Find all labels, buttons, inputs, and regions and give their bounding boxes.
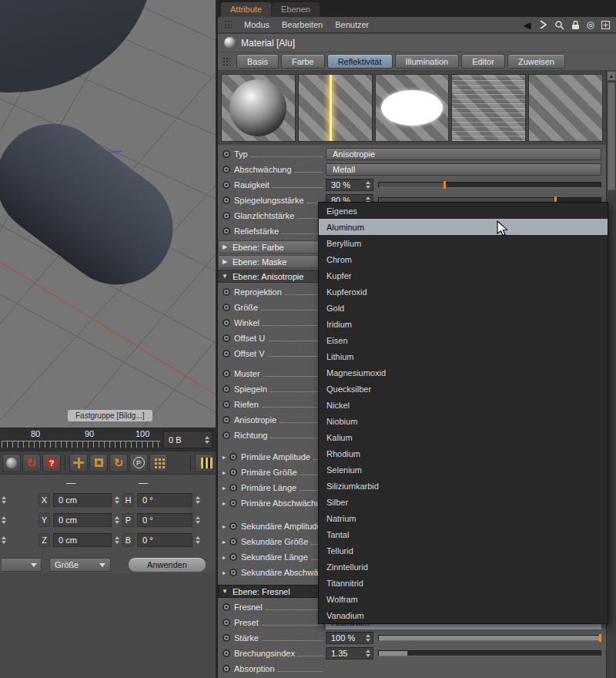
drag-handle-icon[interactable] xyxy=(224,20,232,29)
parameter-dot-icon[interactable] xyxy=(229,522,237,530)
preset-menu-item[interactable]: Nickel xyxy=(319,397,608,413)
parameter-dot-icon[interactable] xyxy=(229,499,237,507)
history-forward-icon[interactable] xyxy=(538,20,547,29)
parameter-dot-icon[interactable] xyxy=(223,634,230,642)
parameter-dot-icon[interactable] xyxy=(223,665,230,673)
parameter-dot-icon[interactable] xyxy=(229,553,237,561)
position-input[interactable]: 0 cm xyxy=(53,513,112,527)
parameter-dot-icon[interactable] xyxy=(229,569,237,576)
preset-menu-item[interactable]: Iridium xyxy=(319,316,608,332)
current-frame-field[interactable]: 0 B xyxy=(163,431,213,448)
typ-dropdown[interactable]: Anisotropie xyxy=(326,148,601,160)
preset-menu-item[interactable]: Magnesiumoxid xyxy=(319,364,608,381)
parameter-dot-icon[interactable] xyxy=(223,288,230,296)
magnet-icon[interactable] xyxy=(195,454,213,472)
staerke-slider[interactable] xyxy=(378,635,601,641)
preset-menu-item[interactable]: Silber xyxy=(319,494,608,510)
expander-arrow-icon[interactable]: ▸ xyxy=(221,454,227,461)
hidden-field-stepper[interactable] xyxy=(2,516,6,524)
help-icon[interactable]: ? xyxy=(42,454,61,472)
rotation-input[interactable]: 0 ° xyxy=(137,513,192,527)
parameter-dot-icon[interactable] xyxy=(229,484,237,492)
rauigkeit-field[interactable]: 30 % xyxy=(326,179,373,191)
parameter-dot-icon[interactable] xyxy=(223,212,230,220)
preset-menu-item[interactable]: Chrom xyxy=(319,251,608,267)
preset-menu-item[interactable]: Selenium xyxy=(319,462,608,478)
disc-icon[interactable] xyxy=(2,454,21,472)
preset-menu-item[interactable]: Kupferoxid xyxy=(319,284,608,300)
preview-highlight-thumb[interactable] xyxy=(298,74,373,142)
preset-menu-item[interactable]: Lithium xyxy=(319,348,608,364)
preset-menu-item[interactable]: Vanadium xyxy=(319,607,608,623)
add-icon[interactable] xyxy=(601,21,610,29)
expander-arrow-icon[interactable]: ▸ xyxy=(221,469,227,476)
material-tab[interactable]: Basis xyxy=(236,54,279,69)
rauigkeit-slider[interactable] xyxy=(378,182,601,188)
target-icon[interactable]: ◎ xyxy=(587,20,594,29)
preview-falloff-thumb[interactable] xyxy=(375,74,450,142)
rotate-tool-icon[interactable]: ↻ xyxy=(109,454,128,472)
rotation-stepper[interactable] xyxy=(196,536,200,544)
field-stepper[interactable] xyxy=(363,181,370,189)
parameter-dot-icon[interactable] xyxy=(223,370,230,378)
parent-badge-icon[interactable]: P xyxy=(129,454,148,472)
scrollbar-thumb[interactable] xyxy=(608,82,615,190)
preview-sphere-thumb[interactable] xyxy=(221,74,296,142)
preset-menu-item[interactable]: Tellurid xyxy=(319,542,608,559)
viewport-3d[interactable]: Fastgruppe [Bildg...] xyxy=(0,0,216,428)
parameter-dot-icon[interactable] xyxy=(223,334,230,342)
expanded-arrow-icon[interactable]: ▼ xyxy=(222,588,228,595)
preset-menu-item[interactable]: Natrium xyxy=(319,510,608,526)
parameter-dot-icon[interactable] xyxy=(223,166,230,173)
preset-menu-item[interactable]: Niobium xyxy=(319,413,608,429)
parameter-dot-icon[interactable] xyxy=(223,181,230,189)
brechungsindex-field[interactable]: 1.35 xyxy=(326,647,373,660)
parameter-dot-icon[interactable] xyxy=(229,453,237,461)
lock-icon[interactable] xyxy=(571,20,580,30)
position-input[interactable]: 0 cm xyxy=(53,493,112,507)
preset-menu-item[interactable]: Tantal xyxy=(319,526,608,542)
preset-menu-item[interactable]: Eisen xyxy=(319,332,608,348)
rotation-input[interactable]: 0 ° xyxy=(137,493,192,507)
scale-tool-icon[interactable] xyxy=(89,454,108,472)
position-stepper[interactable] xyxy=(115,496,119,504)
expander-arrow-icon[interactable]: ▸ xyxy=(221,539,227,545)
preset-menu-item[interactable]: Rhodium xyxy=(319,445,608,462)
panel-tab[interactable]: Ebenen xyxy=(272,2,320,17)
collapsed-arrow-icon[interactable]: ▶ xyxy=(222,258,228,265)
preview-anisotropy-thumb[interactable] xyxy=(451,74,526,142)
material-tab[interactable]: Reflektivität xyxy=(327,54,393,69)
frame-stepper[interactable] xyxy=(203,436,209,444)
material-tab[interactable]: Zuweisen xyxy=(507,54,565,69)
preset-menu-item[interactable]: Kupfer xyxy=(319,267,608,284)
panel-tab[interactable]: Attribute xyxy=(221,2,271,17)
search-icon[interactable] xyxy=(554,20,564,30)
hidden-field-stepper[interactable] xyxy=(2,496,6,504)
preset-menu-item[interactable]: Titannitrid xyxy=(319,575,608,591)
parameter-dot-icon[interactable] xyxy=(223,416,230,424)
parameter-dot-icon[interactable] xyxy=(223,603,230,611)
parameter-dot-icon[interactable] xyxy=(223,319,230,327)
truncated-dropdown[interactable] xyxy=(2,558,42,572)
menubar-item[interactable]: Bearbeiten xyxy=(282,20,323,29)
material-tab[interactable]: Editor xyxy=(461,54,505,69)
scroll-up-icon[interactable]: ▲ xyxy=(607,71,616,81)
timeline[interactable]: 8090100 0 B xyxy=(0,428,216,451)
position-input[interactable]: 0 cm xyxy=(53,533,112,547)
parameter-dot-icon[interactable] xyxy=(223,431,230,439)
parameter-dot-icon[interactable] xyxy=(223,196,230,204)
parameter-dot-icon[interactable] xyxy=(223,350,230,357)
collapsed-arrow-icon[interactable]: ▶ xyxy=(222,243,228,250)
abschwaechung-dropdown[interactable]: Metall xyxy=(326,163,601,176)
preset-menu-item[interactable]: Siliziumkarbid xyxy=(319,478,608,494)
hidden-field-stepper[interactable] xyxy=(2,536,6,544)
history-back-icon[interactable]: ◀ xyxy=(524,20,531,30)
field-stepper[interactable] xyxy=(363,649,370,657)
move-tool-icon[interactable] xyxy=(69,454,88,472)
parameter-dot-icon[interactable] xyxy=(229,538,237,545)
parameter-dot-icon[interactable] xyxy=(223,619,230,626)
rotation-stepper[interactable] xyxy=(196,496,200,504)
parameter-dot-icon[interactable] xyxy=(223,385,230,393)
grid-dots-icon[interactable] xyxy=(149,454,168,472)
expander-arrow-icon[interactable]: ▸ xyxy=(221,523,227,530)
